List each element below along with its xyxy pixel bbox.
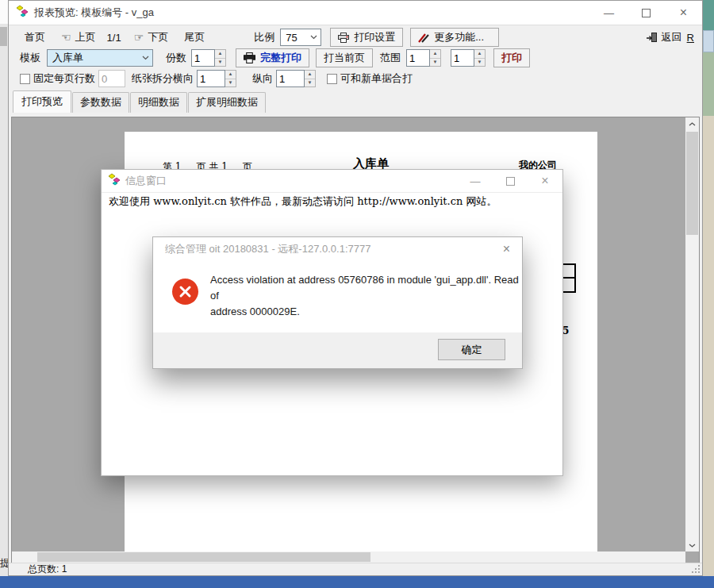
spin-down-icon[interactable]: ▼ (215, 59, 225, 67)
vertical-scrollbar[interactable] (685, 117, 699, 551)
fixed-rows-checkbox[interactable] (20, 74, 30, 84)
scroll-up-icon[interactable] (685, 117, 699, 130)
spin-up-icon[interactable]: ▲ (215, 50, 225, 59)
fixed-rows-input[interactable] (98, 70, 125, 87)
horizontal-scrollbar[interactable] (12, 551, 685, 563)
tab-detail-data[interactable]: 明细数据 (130, 92, 187, 113)
table-text-fragment: 5 (562, 325, 569, 336)
bottom-blue-bar (0, 576, 714, 588)
horizontal-scroll-thumb[interactable] (37, 552, 370, 562)
spin-up-icon[interactable]: ▲ (225, 71, 236, 79)
error-dialog: 综合管理 oit 20180831 - 远程-127.0.0.1:7777 × … (152, 236, 523, 369)
print-current-button[interactable]: 打当前页 (316, 48, 373, 67)
info-dialog-title: 信息窗口 (125, 174, 167, 188)
spin-up-icon[interactable]: ▲ (430, 50, 440, 59)
tab-parameter-data[interactable]: 参数数据 (72, 92, 129, 113)
close-button[interactable]: × (528, 170, 562, 192)
vertical-scroll-thumb[interactable] (686, 132, 698, 235)
scroll-down-icon[interactable] (685, 539, 699, 551)
first-page-button[interactable]: 首页 (20, 30, 50, 44)
error-dialog-titlebar[interactable]: 综合管理 oit 20180831 - 远程-127.0.0.1:7777 × (153, 237, 522, 261)
maximize-icon (642, 9, 651, 17)
maximize-button[interactable] (493, 170, 528, 192)
status-bar: 总页数: 1 (9, 563, 702, 575)
hand-left-icon: ☜ (61, 31, 71, 44)
window-title: 报表预览: 模板编号 - v_ga (34, 6, 154, 20)
scale-label: 比例 (254, 30, 274, 44)
tools-icon (418, 33, 429, 43)
error-icon (172, 279, 198, 305)
printer-icon (338, 33, 349, 43)
tab-print-preview[interactable]: 打印预览 (13, 90, 71, 113)
range-to-stepper[interactable]: ▲ ▼ (474, 49, 486, 67)
resize-grip[interactable] (693, 566, 700, 573)
spin-up-icon[interactable]: ▲ (305, 71, 315, 79)
print-button[interactable]: 打印 (493, 48, 530, 67)
hand-right-icon: ☞ (134, 31, 144, 44)
full-print-button[interactable]: 完整打印 (236, 48, 309, 67)
spin-down-icon[interactable]: ▼ (225, 79, 236, 87)
merge-print-checkbox[interactable] (327, 74, 337, 84)
next-page-button[interactable]: ☞ 下页 (129, 30, 174, 44)
app-icon (16, 5, 29, 21)
template-combo[interactable]: 入库单 (47, 49, 153, 67)
range-from-stepper[interactable]: ▲ ▼ (430, 49, 441, 67)
range-to-input[interactable] (451, 49, 474, 67)
maximize-button[interactable] (628, 1, 665, 25)
split-vertical-input[interactable] (276, 70, 305, 87)
split-horizontal-stepper[interactable]: ▲ ▼ (225, 70, 236, 87)
options-toolbar: 固定每页行数 纸张拆分横向 ▲ ▼ 纵向 ▲ ▼ 可和新单据合打 (9, 68, 702, 89)
prev-page-label: 上页 (75, 30, 96, 44)
background-window-right-sliver (703, 0, 714, 576)
navigation-toolbar: 首页 ☜ 上页 1/1 ☞ 下页 尾页 比例 75 打印设置 (9, 27, 702, 48)
ok-button[interactable]: 确定 (438, 339, 505, 360)
background-window-left-sliver: 提 (0, 0, 8, 576)
copies-stepper[interactable]: ▲ ▼ (215, 49, 226, 67)
spin-up-icon[interactable]: ▲ (474, 50, 485, 59)
full-print-label: 完整打印 (260, 51, 301, 65)
split-horizontal-input[interactable] (197, 70, 225, 87)
more-functions-button[interactable]: 更多功能... (410, 28, 499, 47)
printer-icon (244, 52, 255, 63)
spin-down-icon[interactable]: ▼ (474, 59, 485, 67)
spin-down-icon[interactable]: ▼ (305, 79, 315, 87)
split-horizontal-label: 纸张拆分横向 (132, 71, 194, 86)
template-label: 模板 (20, 51, 40, 65)
maximize-icon (506, 177, 515, 186)
tab-bar: 打印预览 参数数据 明细数据 扩展明细数据 (9, 93, 702, 113)
close-button[interactable]: × (665, 1, 702, 25)
prev-page-button[interactable]: ☜ 上页 (56, 30, 101, 44)
last-page-button[interactable]: 尾页 (179, 30, 209, 44)
background-sliver-top (0, 0, 8, 24)
error-dialog-footer: 确定 (153, 332, 522, 368)
title-bar[interactable]: 报表预览: 模板编号 - v_ga — × (9, 1, 702, 25)
background-sliver-block (0, 27, 7, 46)
error-dialog-title: 综合管理 oit 20180831 - 远程-127.0.0.1:7777 (165, 242, 370, 256)
info-dialog-titlebar[interactable]: 信息窗口 — × (102, 170, 562, 193)
minimize-button[interactable]: — (590, 1, 628, 25)
error-message-line1: Access violation at address 05760786 in … (210, 272, 522, 304)
range-from-input[interactable] (406, 49, 430, 67)
chevron-down-icon (142, 56, 149, 60)
chevron-down-icon (310, 35, 317, 40)
print-toolbar: 模板 入库单 份数 ▲ ▼ 完整打印 打当前页 范围 ▲ (9, 48, 702, 68)
tab-extended-detail-data[interactable]: 扩展明细数据 (188, 92, 266, 113)
minimize-button[interactable]: — (458, 170, 493, 192)
print-settings-button[interactable]: 打印设置 (330, 28, 403, 47)
template-value: 入库单 (52, 51, 83, 65)
more-functions-label: 更多功能... (434, 30, 484, 44)
back-button[interactable]: 返回R (642, 30, 699, 44)
copies-label: 份数 (166, 51, 186, 65)
welcome-message: 欢迎使用 www.onlyit.cn 软件作品，最新动态请访问 http://w… (109, 194, 497, 209)
back-label: 返回 (662, 30, 682, 44)
scale-value: 75 (286, 32, 297, 44)
scale-combo[interactable]: 75 (280, 29, 321, 46)
fixed-rows-label: 固定每页行数 (33, 71, 95, 86)
split-vertical-stepper[interactable]: ▲ ▼ (305, 70, 316, 87)
copies-input[interactable] (191, 49, 215, 67)
back-accel: R (687, 32, 694, 44)
print-settings-label: 打印设置 (354, 30, 395, 44)
page-indicator: 1/1 (107, 32, 121, 44)
spin-down-icon[interactable]: ▼ (430, 59, 440, 67)
close-icon[interactable]: × (503, 242, 510, 256)
